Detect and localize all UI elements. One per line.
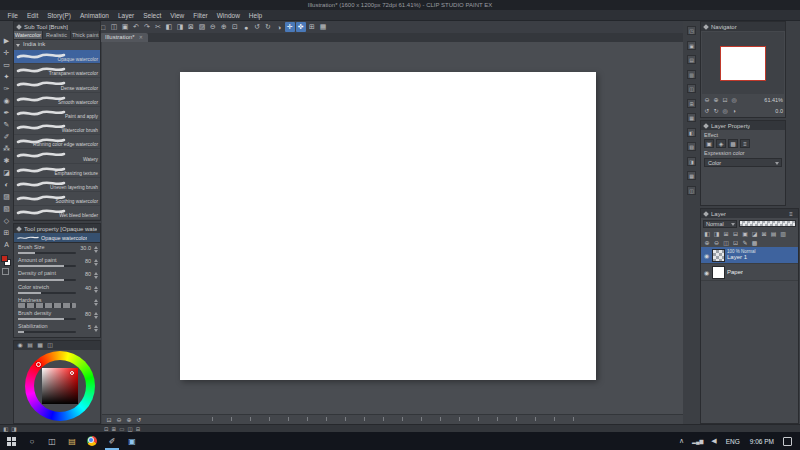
timeline-panel-icon[interactable]: ▨: [687, 142, 696, 151]
item-bank-panel-icon[interactable]: ◧: [687, 128, 696, 137]
figure-tool-icon[interactable]: ◇: [2, 216, 11, 225]
selection-tool-icon[interactable]: ▭: [2, 60, 11, 69]
tool-property-header[interactable]: Tool property [Opaque water...]: [14, 224, 100, 233]
zoom-in-icon[interactable]: ⊕: [219, 22, 229, 32]
grid-icon[interactable]: ▦: [318, 22, 328, 32]
auto-action-panel-icon[interactable]: ⊞: [687, 99, 696, 108]
text-tool-icon[interactable]: A: [2, 240, 11, 249]
subtool-tab[interactable]: Watercolor: [14, 31, 43, 39]
brush-item[interactable]: Watercolor brush: [14, 121, 100, 135]
close-tab-icon[interactable]: ✕: [139, 33, 143, 42]
volume-icon[interactable]: ◀: [707, 437, 720, 445]
flip-horizontal-icon[interactable]: ◑: [274, 22, 284, 32]
clip-studio-hub-icon[interactable]: ▣: [122, 432, 142, 450]
clock[interactable]: 9:06 PM: [745, 438, 779, 445]
brush-item[interactable]: Uneven layering brush: [14, 178, 100, 192]
property-slider[interactable]: [18, 303, 76, 308]
sv-marker-icon[interactable]: [70, 371, 74, 375]
layer-thumbnail[interactable]: [712, 266, 725, 279]
brush-item[interactable]: Running color edge watercolor: [14, 135, 100, 149]
brush-item[interactable]: Opaque watercolor: [14, 50, 100, 64]
history-panel-icon[interactable]: ◫: [687, 84, 696, 93]
snap-to-ruler-icon[interactable]: ✛: [285, 22, 295, 32]
nav-fit-to-window-icon[interactable]: ⊡: [721, 96, 729, 104]
property-slider[interactable]: [18, 279, 76, 281]
border-effect-icon[interactable]: ▣: [704, 139, 714, 148]
property-slider[interactable]: [18, 252, 76, 254]
tone-effect-icon[interactable]: ◈: [716, 139, 726, 148]
clip-studio-paint-icon[interactable]: ✐: [102, 432, 122, 450]
brush-item[interactable]: Paint and apply: [14, 107, 100, 121]
hue-marker-icon[interactable]: [36, 362, 41, 367]
menu-item[interactable]: Edit: [22, 12, 42, 19]
brush-tool-icon[interactable]: ✐: [2, 132, 11, 141]
layer-property-header[interactable]: Layer Property: [701, 121, 785, 130]
blend-tool-icon[interactable]: ◐: [2, 180, 11, 189]
hue-ring[interactable]: [25, 351, 95, 421]
nav-zoom-out-icon[interactable]: ⊖: [703, 96, 711, 104]
fill-icon[interactable]: ▨: [197, 22, 207, 32]
layer-thumbnail[interactable]: [712, 249, 725, 262]
brush-item[interactable]: Emphasizing texture: [14, 164, 100, 178]
fit-to-screen-icon[interactable]: ⊡: [230, 22, 240, 32]
file-explorer-icon[interactable]: ▤: [62, 432, 82, 450]
property-spinner[interactable]: [93, 298, 98, 307]
redo-icon[interactable]: ↷: [142, 22, 152, 32]
color-history-tab-icon[interactable]: ◫: [46, 342, 54, 349]
set-as-reference-icon[interactable]: ⊡: [732, 239, 740, 247]
save-icon[interactable]: ▣: [120, 22, 130, 32]
pen-tool-icon[interactable]: ✒: [2, 108, 11, 117]
sub-view-panel-icon[interactable]: ▤: [687, 55, 696, 64]
menu-item[interactable]: File: [3, 12, 22, 19]
brush-item[interactable]: Dense watercolor: [14, 78, 100, 92]
property-spinner[interactable]: [93, 258, 98, 267]
canvas[interactable]: [180, 72, 596, 380]
opacity-slider[interactable]: [739, 220, 796, 227]
property-spinner[interactable]: [93, 311, 98, 320]
brush-item[interactable]: Wet bleed blender: [14, 206, 100, 220]
brush-item[interactable]: Watery: [14, 149, 100, 163]
new-raster-layer-icon[interactable]: ◧: [703, 230, 711, 238]
property-value[interactable]: 40: [85, 285, 91, 291]
network-icon[interactable]: ▂▄▆: [688, 438, 707, 444]
main-color-chip[interactable]: [1, 255, 8, 262]
property-value[interactable]: 80: [85, 271, 91, 277]
transfer-layer-icon[interactable]: ▣: [741, 230, 749, 238]
menu-item[interactable]: Filter: [189, 12, 212, 19]
snap-to-grid-icon[interactable]: ⊞: [307, 22, 317, 32]
nav-reset-rotation-icon[interactable]: ◎: [721, 107, 729, 115]
info-panel-icon[interactable]: ▥: [687, 70, 696, 79]
paste-icon[interactable]: ◨: [175, 22, 185, 32]
property-spinner[interactable]: [93, 271, 98, 280]
nav-rotate-left-icon[interactable]: ↺: [703, 107, 711, 115]
airbrush-tool-icon[interactable]: ⁂: [2, 144, 11, 153]
actual-pixels-icon[interactable]: ●: [241, 22, 251, 32]
language-indicator[interactable]: ENG: [721, 438, 745, 445]
sub-tool-panel-header[interactable]: Sub Tool [Brush]: [14, 22, 100, 31]
palette-color-icon[interactable]: ▩: [751, 239, 759, 247]
nav-rotate-right-icon[interactable]: ↻: [712, 107, 720, 115]
layer-menu-icon[interactable]: ≡: [787, 210, 795, 218]
new-folder-icon[interactable]: ⊞: [722, 230, 730, 238]
document-tab[interactable]: Illustration* ✕: [100, 33, 148, 42]
hand-tool-icon[interactable]: ◉: [2, 96, 11, 105]
frame-border-tool-icon[interactable]: ⊞: [2, 228, 11, 237]
zoom-out-icon[interactable]: ⊖: [208, 22, 218, 32]
blend-mode-dropdown[interactable]: Normal: [703, 220, 737, 228]
saturation-value-square[interactable]: [42, 368, 78, 404]
lock-transparent-icon[interactable]: ⊖: [713, 239, 721, 247]
move-layer-tool-icon[interactable]: ✛: [2, 48, 11, 57]
color-slider-tab-icon[interactable]: ▤: [26, 342, 34, 349]
expression-color-dropdown[interactable]: Color: [704, 158, 782, 167]
menu-item[interactable]: Story(P): [43, 12, 76, 19]
property-spinner[interactable]: [93, 245, 98, 254]
property-spinner[interactable]: [93, 324, 98, 333]
nav-zoom-in-icon[interactable]: ⊕: [712, 96, 720, 104]
material-panel-icon[interactable]: ▣: [687, 41, 696, 50]
tone-scale-panel-icon[interactable]: ▩: [687, 171, 696, 180]
mask-icon[interactable]: ▤: [770, 230, 778, 238]
navigator-thumbnail[interactable]: [721, 47, 765, 80]
canvas-zoom-out-icon[interactable]: ⊖: [115, 416, 123, 424]
property-spinner[interactable]: [93, 285, 98, 294]
menu-item[interactable]: Animation: [76, 12, 114, 19]
